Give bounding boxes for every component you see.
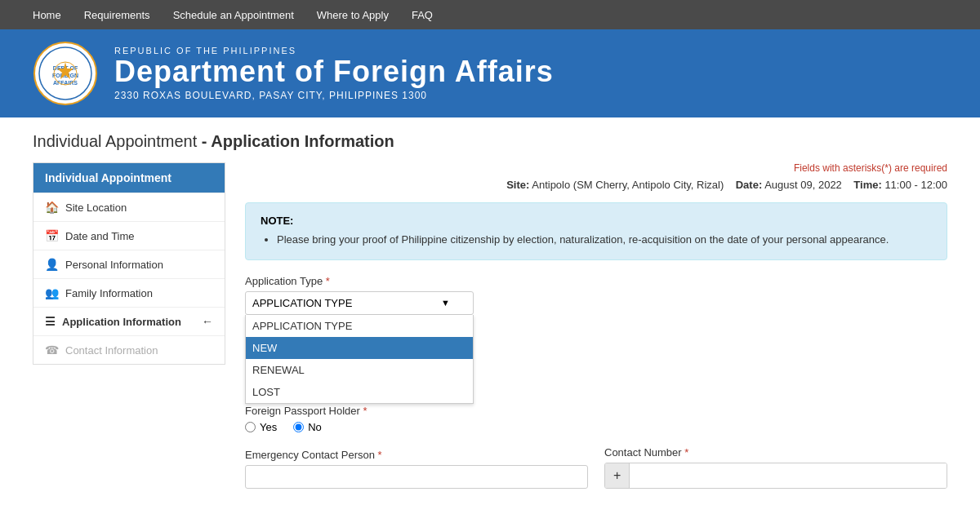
sidebar-item-contact-info[interactable]: ☎ Contact Information (33, 335, 225, 364)
top-nav: Home Requirements Schedule an Appointmen… (0, 0, 980, 29)
sidebar-label-contact-info: Contact Information (65, 344, 158, 357)
dropdown-selected-value: APPLICATION TYPE (252, 297, 352, 309)
radio-yes[interactable] (245, 422, 256, 432)
sidebar-item-site-location[interactable]: 🏠 Site Location (33, 193, 225, 221)
dfa-seal: DEPT OF FOREIGN AFFAIRS (33, 41, 98, 106)
page-title-suffix: - Application Information (202, 132, 394, 150)
dropdown-option-new[interactable]: NEW (246, 337, 473, 359)
radio-no-text: No (308, 421, 322, 433)
sidebar-item-date-time[interactable]: 📅 Date and Time (33, 221, 225, 250)
dropdown-option-renewal[interactable]: RENEWAL (246, 359, 473, 381)
contact-number-group: Contact Number * + (604, 446, 947, 489)
phone-icon: ☎ (45, 343, 59, 357)
home-icon: 🏠 (45, 201, 59, 214)
sidebar-item-personal-info[interactable]: 👤 Personal Information (33, 250, 225, 278)
note-title: NOTE: (261, 215, 932, 227)
dropdown-option-application-type[interactable]: APPLICATION TYPE (246, 315, 473, 337)
nav-schedule[interactable]: Schedule an Appointment (173, 9, 294, 21)
required-asterisk-3: * (378, 449, 382, 461)
chevron-down-icon: ▼ (441, 298, 450, 308)
sidebar-item-family-info[interactable]: 👥 Family Information (33, 278, 225, 307)
users-icon: 👥 (45, 286, 59, 299)
date-value: August 09, 2022 (764, 179, 842, 191)
note-list: Please bring your proof of Philippine ci… (261, 232, 932, 248)
site-info-block: Site: Antipolo (SM Cherry, Antipolo City… (245, 179, 947, 191)
dropdown-option-lost[interactable]: LOST (246, 381, 473, 403)
time-label: Time: (853, 179, 881, 191)
sidebar-item-application-info[interactable]: ☰ Application Information ← (33, 307, 225, 335)
radio-no[interactable] (293, 422, 304, 432)
main-layout: Individual Appointment 🏠 Site Location 📅… (33, 162, 947, 502)
sidebar-label-site-location: Site Location (65, 202, 127, 214)
site-value: Antipolo (SM Cherry, Antipolo City, Riza… (532, 179, 724, 191)
sidebar-label-family-info: Family Information (65, 287, 153, 299)
contact-number-input[interactable] (630, 463, 947, 488)
sidebar-arrow-icon: ← (202, 315, 213, 328)
emergency-contact-input[interactable] (245, 465, 588, 489)
page-content: Individual Appointment - Application Inf… (0, 117, 980, 514)
emergency-contact-label: Emergency Contact Person * (245, 449, 588, 461)
foreign-passport-group: Foreign Passport Holder * Yes No (245, 405, 947, 433)
page-title-prefix: Individual Appointment (33, 132, 197, 150)
dropdown-list: APPLICATION TYPE NEW RENEWAL LOST (245, 315, 474, 404)
calendar-icon: 📅 (45, 229, 59, 242)
site-label: Site: (506, 179, 529, 191)
sidebar-label-personal-info: Personal Information (65, 259, 163, 271)
time-value: 11:00 - 12:00 (884, 179, 947, 191)
nav-requirements[interactable]: Requirements (84, 9, 150, 21)
page-header: DEPT OF FOREIGN AFFAIRS Republic of the … (0, 29, 980, 117)
dropdown-trigger[interactable]: APPLICATION TYPE ▼ (245, 291, 474, 315)
radio-yes-label[interactable]: Yes (245, 421, 277, 433)
required-asterisk-2: * (363, 405, 368, 417)
sidebar-header: Individual Appointment (33, 163, 225, 193)
note-box: NOTE: Please bring your proof of Philipp… (245, 202, 947, 260)
application-type-label: Application Type * (245, 275, 947, 287)
application-type-group: Application Type * APPLICATION TYPE ▼ AP… (245, 275, 947, 315)
contact-number-label: Contact Number * (604, 446, 947, 459)
department-address: 2330 Roxas Boulevard, Pasay City, Philip… (114, 90, 554, 101)
nav-home[interactable]: Home (33, 9, 61, 21)
user-icon: 👤 (45, 258, 59, 271)
nav-faq[interactable]: FAQ (412, 9, 433, 21)
page-title: Individual Appointment - Application Inf… (33, 132, 947, 151)
contact-plus-icon: + (605, 463, 630, 488)
list-icon: ☰ (45, 315, 56, 328)
main-area: Fields with asterisks(*) are required Si… (245, 162, 947, 502)
radio-no-label[interactable]: No (293, 421, 322, 433)
sidebar: Individual Appointment 🏠 Site Location 📅… (33, 162, 225, 365)
contact-number-inner: + (604, 463, 947, 489)
sidebar-label-date-time: Date and Time (65, 230, 135, 242)
emergency-contact-group: Emergency Contact Person * (245, 449, 588, 489)
nav-where-to-apply[interactable]: Where to Apply (317, 9, 389, 21)
contact-row: Emergency Contact Person * Contact Numbe… (245, 446, 947, 502)
application-type-dropdown[interactable]: APPLICATION TYPE ▼ APPLICATION TYPE NEW … (245, 291, 474, 315)
required-asterisk: * (326, 275, 330, 287)
foreign-passport-label: Foreign Passport Holder * (245, 405, 947, 417)
date-label: Date: (736, 179, 763, 191)
header-text: Republic of the Philippines Department o… (114, 46, 554, 101)
required-asterisk-4: * (684, 446, 688, 459)
radio-yes-text: Yes (260, 421, 277, 433)
note-item-1: Please bring your proof of Philippine ci… (277, 232, 932, 248)
department-name: Department of Foreign Affairs (114, 55, 554, 88)
fields-required-note: Fields with asterisks(*) are required (245, 162, 947, 174)
sidebar-label-application-info: Application Information (62, 316, 181, 328)
foreign-passport-radio-group: Yes No (245, 421, 947, 433)
